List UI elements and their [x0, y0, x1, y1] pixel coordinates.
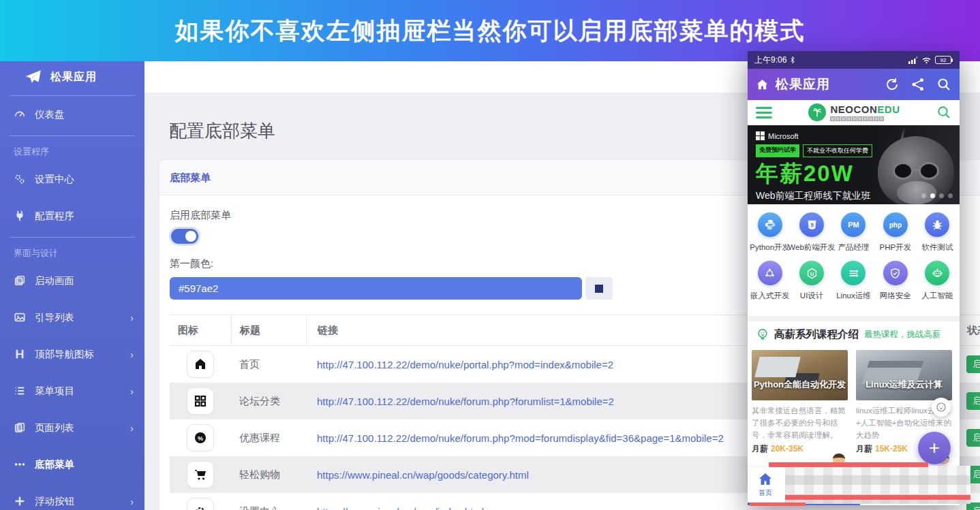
sidebar-item-configure[interactable]: 配置程序	[0, 197, 144, 234]
color-picker-button[interactable]	[585, 277, 613, 300]
share-icon[interactable]	[910, 77, 925, 92]
divider-strip	[748, 316, 960, 321]
category-software-testing[interactable]: 软件测试	[917, 212, 958, 253]
promo-banner-title: 如果你不喜欢左侧抽屉栏当然你可以启用底部菜单的模式	[175, 15, 806, 47]
site-nav-bar: NEOCONEDU	[748, 100, 960, 125]
censor-stripe-top	[769, 462, 928, 467]
app-name: 松果应用	[50, 70, 97, 84]
sidebar-item-bottom-menu[interactable]: 底部菜单	[0, 446, 144, 483]
home-icon[interactable]	[756, 78, 769, 91]
embedded-icon	[758, 261, 782, 285]
svg-text:U: U	[810, 270, 814, 276]
floating-add-button[interactable]: +	[918, 432, 951, 464]
pages-icon	[14, 421, 26, 434]
chevron-right-icon: ›	[130, 496, 134, 507]
section-title: 高薪系列课程介绍	[774, 328, 859, 342]
battery-level: 92	[935, 56, 951, 64]
sidebar-item-label: 菜单项目	[35, 385, 130, 398]
plug-icon	[14, 210, 26, 222]
course-card-python[interactable]: Python全能自动化开发 其非常接近自然语言，精简了很多不必要的分号和括号，非…	[752, 350, 848, 468]
site-logo[interactable]: NEOCONEDU	[772, 103, 936, 121]
gears-icon	[14, 173, 26, 185]
chevron-right-icon: ›	[130, 385, 134, 397]
row-title: 设置中心	[231, 505, 306, 510]
censor-stripe-bottom	[785, 495, 970, 500]
category-linux-ops[interactable]: Linux运维	[833, 261, 874, 301]
phone-status-bar: 上午9:06 x 92	[748, 51, 960, 69]
category-network-security[interactable]: 网络安全	[874, 261, 916, 301]
tab-home[interactable]: 首页	[748, 467, 783, 503]
phone-preview: 上午9:06 x 92 松果应用	[748, 51, 960, 505]
row-link[interactable]: http://47.100.112.22/demo/nuke/forum.php…	[317, 396, 614, 407]
course-image: Linux运维及云计算	[856, 350, 952, 400]
category-php[interactable]: php PHP开发	[874, 212, 916, 253]
category-product-manager[interactable]: PM 产品经理	[833, 212, 874, 253]
html5-icon: 5	[799, 212, 824, 237]
enable-bottom-menu-toggle[interactable]	[171, 229, 198, 244]
sidebar-item-menu-items[interactable]: 菜单项目 ›	[0, 372, 144, 409]
php-icon: php	[883, 212, 908, 237]
sidebar-item-label: 浮动按钮	[35, 495, 130, 508]
chat-bubble-button[interactable]	[932, 398, 951, 417]
course-title-overlay: Python全能自动化开发	[752, 379, 848, 391]
row-link[interactable]: https://www.pineal.cn/wap/index.html	[317, 506, 484, 510]
row-link[interactable]: http://47.100.112.22/demo/nuke/portal.ph…	[317, 359, 613, 370]
python-icon	[758, 212, 782, 237]
battery-icon: 92	[935, 56, 953, 64]
chevron-right-icon: ›	[130, 422, 134, 434]
sidebar-item-floating-button[interactable]: 浮动按钮 ›	[0, 483, 144, 510]
sidebar-item-label: 设置中心	[35, 173, 134, 186]
category-python[interactable]: Python开发	[749, 212, 791, 253]
sidebar-item-guide-list[interactable]: 引导列表 ›	[0, 299, 144, 336]
sidebar-section-design: 界面与设计	[0, 238, 144, 262]
sidebar-item-label: 配置程序	[35, 210, 134, 223]
signal-icon: x	[908, 56, 918, 64]
sidebar-item-label: 顶部导航图标	[35, 348, 130, 361]
grid-icon	[187, 387, 214, 415]
hero-tag-free-trial: 免费预约试学	[756, 144, 799, 157]
sidebar-item-settings-center[interactable]: 设置中心	[0, 161, 144, 197]
course-section-header: 高薪系列课程介绍 最热课程，挑战高薪	[748, 321, 960, 347]
primary-color-input[interactable]	[170, 277, 582, 300]
row-title: 优惠课程	[231, 432, 306, 445]
sidebar-item-label: 仪表盘	[35, 108, 134, 121]
cart-icon	[187, 461, 214, 488]
sidebar-item-page-list[interactable]: 页面列表 ›	[0, 409, 144, 446]
section-subtitle: 最热课程，挑战高薪	[864, 329, 941, 340]
menu-icon[interactable]	[756, 107, 772, 118]
palm-logo-icon	[808, 103, 826, 121]
course-title-overlay: Linux运维及云计算	[856, 379, 952, 391]
status-badge: 启用	[966, 429, 980, 447]
search-icon[interactable]	[936, 77, 951, 92]
server-lines-icon	[841, 261, 866, 285]
category-ui-design[interactable]: U UI设计	[791, 261, 832, 301]
sidebar-item-dashboard[interactable]: 仪表盘	[0, 96, 144, 133]
refresh-icon[interactable]	[885, 77, 900, 92]
category-grid: Python开发 5 Web前端开发 PM 产品经理 php PHP开发 软件	[748, 204, 960, 316]
carousel-dots[interactable]	[921, 193, 953, 198]
svg-text:x: x	[916, 56, 918, 59]
col-header-status: 状态	[957, 315, 980, 345]
chevron-right-icon: ›	[130, 312, 134, 323]
robot-icon	[925, 261, 949, 285]
category-web-frontend[interactable]: 5 Web前端开发	[791, 212, 832, 253]
sidebar-item-top-nav-icons[interactable]: 顶部导航图标 ›	[0, 336, 144, 372]
course-image: Python全能自动化开发	[752, 350, 848, 400]
category-ai[interactable]: 人工智能	[917, 261, 958, 301]
row-link[interactable]: http://47.100.112.22/demo/nuke/forum.php…	[317, 432, 724, 444]
status-badge: 启用	[966, 355, 980, 373]
status-time: 上午9:06	[754, 54, 786, 66]
category-embedded[interactable]: 嵌入式开发	[749, 261, 791, 301]
bulb-face-icon	[756, 328, 769, 341]
sidebar-logo[interactable]: 松果应用	[0, 61, 144, 93]
row-link[interactable]: https://www.pineal.cn/wap/goods/category…	[317, 469, 529, 481]
sidebar-item-splash[interactable]: 启动画面	[0, 262, 144, 299]
phone-app-bar: 松果应用	[748, 69, 960, 100]
percent-icon: %	[187, 424, 214, 451]
search-icon-green[interactable]	[936, 105, 951, 120]
hero-carousel-slide[interactable]: Microsoft 免费预约试学 不就业不收取任何学费 年薪20W Web前端工…	[748, 125, 960, 204]
logo-tagline-blocks	[830, 116, 900, 121]
home-tab-label: 首页	[759, 488, 772, 498]
gauge-icon	[14, 108, 26, 121]
image-icon	[14, 311, 26, 323]
